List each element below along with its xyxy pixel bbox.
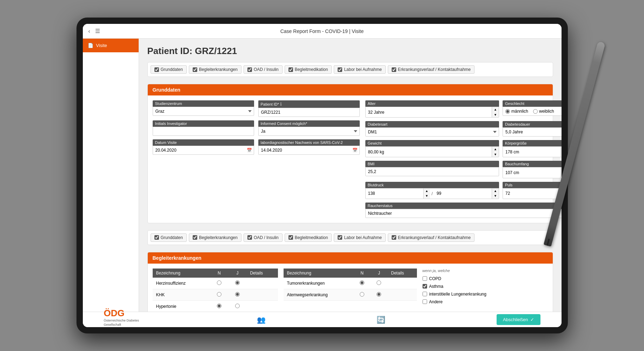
asthma-label: Asthma xyxy=(429,284,444,289)
diabetesdauer-group: Diabetesdauer xyxy=(503,121,562,137)
labor-input[interactable] xyxy=(258,146,360,155)
begleit-details: wenn ja, welche COPD Asthma xyxy=(423,269,548,312)
tab-grunddaten-top[interactable]: Grunddaten xyxy=(151,65,187,74)
diabetesart-select[interactable]: DM1 DM2 xyxy=(365,127,499,137)
asthma-checkbox[interactable] xyxy=(423,284,427,289)
blutdruck-sys-up[interactable]: ▲ xyxy=(424,188,430,194)
initials-group: Initials Investigator xyxy=(153,120,254,136)
checkmark-icon: ✓ xyxy=(530,317,534,322)
gewicht-down[interactable]: ▼ xyxy=(492,152,499,157)
herzinsuff-j[interactable] xyxy=(235,280,240,285)
gewicht-up[interactable]: ▲ xyxy=(492,147,499,152)
blutdruck-sys-input[interactable] xyxy=(366,189,423,198)
blutdruck-dia-input[interactable] xyxy=(434,189,492,198)
studienzentrum-select[interactable]: Graz xyxy=(153,107,254,116)
tab-oad-bottom[interactable]: OAD / Insulin xyxy=(244,233,283,242)
khk-n[interactable] xyxy=(217,292,221,297)
koerpergroesse-input[interactable] xyxy=(503,148,560,156)
bauchumfang-group: Bauchumfang ▲ ▼ xyxy=(503,161,562,178)
geschlecht-label: Geschlecht xyxy=(503,100,562,107)
tab-labor-bottom[interactable]: Labor bei Aufnahme xyxy=(334,233,385,242)
geschlecht-weiblich-option[interactable]: weiblich xyxy=(533,109,554,114)
tab-grunddaten-bottom[interactable]: Grunddaten xyxy=(151,233,187,242)
users-icon[interactable]: 👥 xyxy=(257,316,266,324)
blutdruck-sys-down[interactable]: ▼ xyxy=(424,193,430,199)
consent-select[interactable]: Ja Nein xyxy=(258,127,360,136)
raucherstatus-select[interactable]: Nichtraucher Raucher Ex-Raucher xyxy=(365,209,562,218)
page-title: Patient ID: GRZ/1221 xyxy=(147,46,553,57)
patient-id-label: Patient ID* ℹ xyxy=(258,100,360,108)
labor-group: labordiagnostischer Nachweis von SARS-Co… xyxy=(258,139,360,155)
diabetesart-group: Diabetesart DM1 DM2 xyxy=(365,121,499,137)
tumor-label: Tumorerkrankungen xyxy=(284,278,354,289)
atemweg-n[interactable] xyxy=(360,292,364,297)
bauchumfang-input[interactable] xyxy=(503,168,560,177)
andere-row: Andere xyxy=(423,298,548,306)
puls-label: Puls xyxy=(503,182,562,188)
sidebar-item-visite[interactable]: 📄 Visite xyxy=(83,39,139,52)
calendar-icon: 📅 xyxy=(247,148,252,153)
tab-erkrankung-bottom[interactable]: Erkrankungsverlauf / Kontaktaufnahme xyxy=(388,233,474,242)
koerpergroesse-down[interactable]: ▼ xyxy=(561,152,562,157)
table-row: KHK xyxy=(153,289,278,300)
tab-bar-bottom: Grunddaten Begleiterkrankungen OAD / Ins… xyxy=(147,230,553,245)
interstitiell-checkbox[interactable] xyxy=(423,292,427,296)
abschliessen-button[interactable]: Abschließen ✓ xyxy=(497,314,540,325)
datum-input[interactable] xyxy=(153,146,254,155)
tumor-n[interactable] xyxy=(360,280,364,285)
col-bezeichnung-r: Bezeichnung xyxy=(284,269,354,278)
raucherstatus-label: Raucherstatus xyxy=(365,203,562,209)
content-area: Patient ID: GRZ/1221 Grunddaten Begleite… xyxy=(139,39,562,312)
copd-row: COPD xyxy=(423,275,548,283)
tab-begleitmedikation-top[interactable]: Begleitmedikation xyxy=(285,65,332,74)
copd-checkbox[interactable] xyxy=(423,276,427,281)
initials-input[interactable] xyxy=(153,127,254,136)
grunddaten-section: Grunddaten Studienzentrum Graz xyxy=(147,84,553,223)
atemweg-j[interactable] xyxy=(377,292,381,297)
back-icon[interactable]: ‹ xyxy=(88,28,90,34)
alter-spinner: ▲ ▼ xyxy=(365,107,499,118)
tab-labor-top[interactable]: Labor bei Aufnahme xyxy=(334,65,385,74)
odg-text1: Österreichische Diabetes Gesellschaft xyxy=(104,319,146,327)
menu-icon[interactable]: ☰ xyxy=(95,28,100,34)
tab-oad-top[interactable]: OAD / Insulin xyxy=(244,65,283,74)
top-bar-title: Case Report Form - COVID-19 | Visite xyxy=(280,28,364,34)
copd-label: COPD xyxy=(429,276,441,281)
koerpergroesse-up[interactable]: ▲ xyxy=(561,147,562,152)
bmi-input[interactable] xyxy=(365,167,499,176)
table-row: Hypertonie xyxy=(153,300,278,312)
alter-down[interactable]: ▼ xyxy=(492,112,499,118)
tab-begleiterkrankungen-top[interactable]: Begleiterkrankungen xyxy=(189,65,241,74)
table-row: Atemwegserkrankung xyxy=(284,289,417,300)
alter-input[interactable] xyxy=(366,108,492,117)
khk-j[interactable] xyxy=(235,292,240,297)
tab-begleiterkrankungen-bottom[interactable]: Begleiterkrankungen xyxy=(189,233,241,242)
blutdruck-label: Blutdruck xyxy=(365,182,499,188)
blutdruck-dia-down[interactable]: ▼ xyxy=(492,193,499,199)
tumor-j[interactable] xyxy=(377,280,381,285)
hypertonie-n[interactable] xyxy=(217,304,221,308)
alter-label: Alter xyxy=(365,100,499,107)
herzinsuff-n[interactable] xyxy=(217,280,221,285)
info-icon[interactable]: ℹ xyxy=(280,101,282,107)
tab-erkrankung-top[interactable]: Erkrankungsverlauf / Kontaktaufnahme xyxy=(388,65,474,74)
gewicht-input[interactable] xyxy=(366,148,492,156)
blutdruck-dia-up[interactable]: ▲ xyxy=(492,188,499,194)
andere-checkbox[interactable] xyxy=(423,299,427,304)
sidebar: 📄 Visite xyxy=(83,39,139,312)
bauchumfang-up[interactable]: ▲ xyxy=(561,167,562,173)
diabetesdauer-input[interactable] xyxy=(503,127,562,137)
diabetesdauer-label: Diabetesdauer xyxy=(503,121,562,127)
alter-up[interactable]: ▲ xyxy=(492,107,499,112)
sync-icon[interactable]: 🔄 xyxy=(377,316,385,324)
hypertonie-j[interactable] xyxy=(235,304,240,308)
gewicht-group: Gewicht ▲ ▼ xyxy=(365,140,499,157)
tab-begleitmedikation-bottom[interactable]: Begleitmedikation xyxy=(285,233,332,242)
atemweg-label: Atemwegserkrankung xyxy=(284,289,354,300)
puls-input[interactable] xyxy=(503,189,560,198)
patient-id-input[interactable] xyxy=(258,108,360,117)
geschlecht-maennlich-option[interactable]: männlich xyxy=(505,109,528,114)
col-n-r: N xyxy=(353,269,370,278)
col-n: N xyxy=(210,269,228,278)
col-details: Details xyxy=(246,269,278,278)
